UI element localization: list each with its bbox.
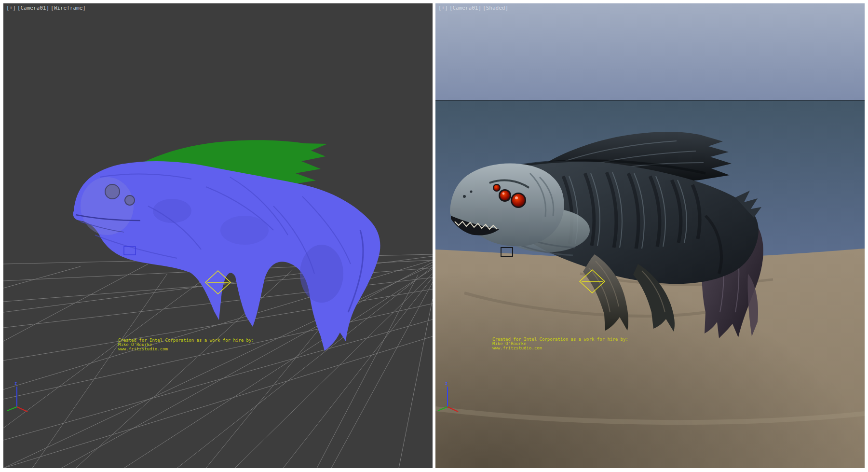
wireframe-canvas[interactable]: Created for Intel Corporation as a work … xyxy=(3,3,433,468)
viewport-label: [+][Camera01][Shaded] xyxy=(438,5,510,12)
shaded-canvas[interactable]: Created for Intel Corporation as a work … xyxy=(435,3,865,468)
viewport-frame: [+][Camera01][Wireframe] xyxy=(0,0,868,472)
svg-text:www.fritzstudio.com: www.fritzstudio.com xyxy=(118,347,168,351)
viewport-menu-shading[interactable]: [Wireframe] xyxy=(51,5,86,11)
viewport-menu-general[interactable]: [+] xyxy=(6,5,16,11)
viewport-menu-pov[interactable]: [Camera01] xyxy=(449,5,481,11)
viewport-menu-shading[interactable]: [Shaded] xyxy=(483,5,508,11)
viewport-menu-general[interactable]: [+] xyxy=(438,5,448,11)
svg-text:www.fritzstudio.com: www.fritzstudio.com xyxy=(492,346,542,350)
svg-text:z: z xyxy=(14,381,17,386)
svg-text:z: z xyxy=(445,381,448,386)
sky xyxy=(435,3,865,101)
viewport-wireframe[interactable]: [+][Camera01][Wireframe] xyxy=(3,3,433,468)
viewport-label: [+][Camera01][Wireframe] xyxy=(6,5,87,12)
viewport-menu-pov[interactable]: [Camera01] xyxy=(17,5,49,11)
viewport-shaded[interactable]: [+][Camera01][Shaded] xyxy=(435,3,865,468)
